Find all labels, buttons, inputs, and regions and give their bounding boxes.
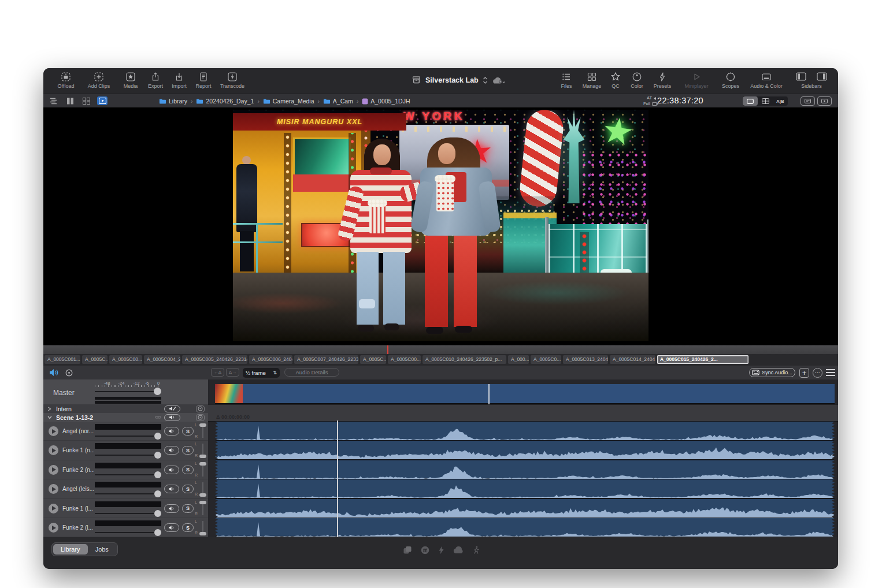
waveform-track[interactable]	[215, 422, 835, 441]
track-volume-slider[interactable]	[95, 452, 161, 459]
track-volume-knob[interactable]	[154, 471, 161, 478]
multi-view-segment[interactable]	[758, 96, 773, 106]
prev-delta-button[interactable]: ←Δ	[211, 368, 224, 377]
pan-knob[interactable]	[199, 493, 206, 497]
waveform-track[interactable]	[215, 441, 835, 460]
track-play-button[interactable]	[49, 426, 58, 436]
track-play-button[interactable]	[49, 504, 58, 513]
master-volume-knob[interactable]	[154, 388, 161, 395]
cloud-sync-icon[interactable]	[492, 76, 506, 85]
audio-details-button[interactable]: Audio Details	[284, 368, 339, 377]
clip-scroll-strip[interactable]	[43, 345, 838, 354]
track-solo-button[interactable]: S	[182, 446, 194, 455]
track-volume-slider[interactable]	[95, 510, 161, 517]
track-speaker-button[interactable]	[164, 427, 179, 436]
track-volume-knob[interactable]	[154, 510, 161, 517]
breadcrumb-item[interactable]: Camera_Media	[263, 98, 314, 105]
toolbar-files-button[interactable]: Files	[555, 70, 578, 89]
waveform-track[interactable]	[215, 518, 835, 537]
toolbar-add-clips-button[interactable]: Add Clips	[80, 70, 117, 89]
tab-library[interactable]: Library	[53, 544, 88, 554]
clip-chip[interactable]: A_0005C00...	[109, 355, 142, 364]
toolbar-presets-button[interactable]: Presets	[648, 70, 676, 89]
group-speaker-button[interactable]	[164, 414, 180, 421]
breadcrumb-item[interactable]: A_0005_1DJH	[362, 98, 410, 105]
single-view-segment[interactable]	[743, 96, 758, 106]
clip-chip[interactable]: A_0005C010_240426_223502_p...	[423, 355, 506, 364]
toolbar-offload-button[interactable]: Offload	[51, 70, 80, 89]
toolbar-export-button[interactable]: Export	[144, 70, 167, 89]
track-solo-button[interactable]: S	[182, 427, 194, 436]
master-volume-slider[interactable]	[95, 388, 161, 396]
toolbar-qc-button[interactable]: QC	[606, 70, 625, 89]
track-solo-button[interactable]: S	[182, 466, 194, 474]
clip-chip[interactable]: A_000...	[508, 355, 529, 364]
track-solo-button[interactable]: S	[182, 523, 194, 532]
track-pan-slider[interactable]: LR	[194, 500, 207, 517]
toolbar-audio-color-button[interactable]: Audio & Color	[744, 70, 788, 89]
track-solo-button[interactable]: S	[182, 504, 194, 513]
toolbar-manage-button[interactable]: Manage	[578, 70, 606, 89]
add-audio-button[interactable]: +	[799, 368, 809, 378]
track-pan-slider[interactable]: LR	[194, 442, 207, 459]
toolbar-media-button[interactable]: Media	[117, 70, 144, 89]
more-options-button[interactable]: ⋯	[813, 368, 822, 378]
pan-knob[interactable]	[199, 423, 206, 427]
track-play-button[interactable]	[49, 465, 58, 475]
clip-chip[interactable]: A_0005C007_240426_22332...	[294, 355, 358, 364]
track-speaker-button[interactable]	[164, 446, 179, 455]
group-mute-button[interactable]	[164, 405, 180, 412]
playlist-panel-button[interactable]	[801, 96, 815, 106]
track-pan-slider[interactable]: LR	[194, 462, 207, 478]
toolbar-sidebars-button[interactable]: Sidebars	[788, 70, 835, 89]
group-settings-button[interactable]	[196, 405, 205, 412]
track-volume-slider[interactable]	[95, 490, 161, 497]
timeline-ruler[interactable]: Δ 00:00:00:00	[208, 404, 838, 422]
next-delta-button[interactable]: Δ→	[226, 368, 239, 377]
video-clip-track[interactable]	[215, 384, 835, 404]
breadcrumb-item[interactable]: Library	[159, 98, 187, 105]
waveform-track[interactable]	[215, 460, 835, 479]
group-settings-button[interactable]	[196, 414, 205, 421]
track-volume-slider[interactable]	[95, 433, 161, 440]
clip-chip[interactable]: A_0005C004_2...	[144, 355, 180, 364]
clip-chip[interactable]: A_0005C006_24042...	[249, 355, 292, 364]
toolbar-report-button[interactable]: Report	[191, 70, 216, 89]
waveform-track[interactable]	[215, 499, 835, 518]
clip-chip[interactable]: A_0005C00...	[388, 355, 421, 364]
clip-chip[interactable]: A_0005C001...	[45, 355, 80, 364]
audio-group-intern[interactable]: Intern	[43, 404, 208, 413]
track-speaker-button[interactable]	[164, 523, 179, 532]
pan-knob[interactable]	[199, 455, 206, 458]
track-speaker-button[interactable]	[164, 485, 179, 493]
pan-knob[interactable]	[199, 501, 206, 504]
view-player-icon[interactable]	[97, 96, 108, 105]
track-speaker-button[interactable]	[164, 504, 179, 513]
clip-chip[interactable]: A_0005C014_2404...	[610, 355, 655, 364]
view-list-icon[interactable]	[49, 96, 59, 105]
clip-playhead-marker[interactable]	[387, 345, 388, 355]
toolbar-scopes-button[interactable]: Scopes	[717, 70, 744, 89]
track-volume-slider[interactable]	[95, 529, 161, 536]
track-pan-slider[interactable]: LR	[194, 481, 207, 497]
clip-chip[interactable]: A_0005C005_240426_223146_...	[182, 355, 247, 364]
view-columns-icon[interactable]	[65, 96, 75, 105]
track-volume-knob[interactable]	[154, 529, 161, 536]
track-pan-slider[interactable]: LR	[194, 423, 207, 440]
breadcrumb-item[interactable]: 20240426_Day_1	[196, 98, 254, 105]
ab-compare-segment[interactable]: A|B	[773, 96, 788, 106]
track-volume-knob[interactable]	[154, 490, 161, 497]
toolbar-color-button[interactable]: Color	[625, 70, 648, 89]
clip-chip[interactable]: A_0005C...	[82, 355, 108, 364]
pan-knob[interactable]	[199, 462, 206, 466]
track-speaker-button[interactable]	[164, 466, 179, 474]
mixer-settings-icon[interactable]	[65, 369, 73, 377]
clip-chip-selected[interactable]: A_0005C015_240426_2...	[657, 355, 748, 364]
track-volume-slider[interactable]	[95, 471, 161, 478]
pan-knob[interactable]	[199, 532, 206, 535]
track-play-button[interactable]	[49, 523, 58, 533]
play-panel-button[interactable]	[817, 96, 832, 106]
audio-group-scene[interactable]: Scene 1-13-2	[43, 413, 208, 422]
waveform-track[interactable]	[215, 479, 835, 498]
track-play-button[interactable]	[49, 484, 58, 494]
